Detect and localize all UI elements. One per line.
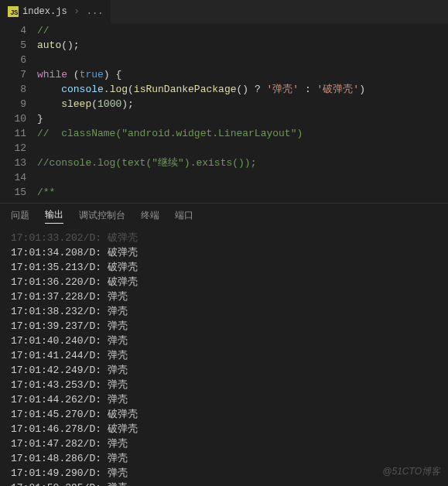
code-line[interactable]: } bbox=[37, 111, 448, 126]
panel-tab-3[interactable]: 终端 bbox=[141, 209, 159, 222]
line-number: 7 bbox=[0, 67, 26, 82]
output-line: 17:01:47.282/D: 弹壳 bbox=[11, 436, 437, 451]
panel-tab-2[interactable]: 调试控制台 bbox=[79, 209, 125, 222]
line-number: 15 bbox=[0, 185, 26, 200]
line-number: 10 bbox=[0, 111, 26, 126]
code-line[interactable] bbox=[37, 53, 448, 67]
output-line: 17:01:35.213/D: 破弹壳 bbox=[11, 260, 437, 275]
output-line: 17:01:49.290/D: 弹壳 bbox=[11, 466, 437, 481]
code-line[interactable] bbox=[37, 170, 448, 185]
output-line: 17:01:48.286/D: 弹壳 bbox=[11, 451, 437, 466]
panel-tab-4[interactable]: 端口 bbox=[175, 209, 193, 222]
code-line[interactable]: console.log(isRunDankePackage() ? '弹壳' :… bbox=[37, 82, 448, 97]
javascript-icon: JS bbox=[8, 6, 19, 17]
output-line: 17:01:42.249/D: 弹壳 bbox=[11, 363, 437, 378]
code-line[interactable]: sleep(1000); bbox=[37, 97, 448, 111]
watermark: @51CTO博客 bbox=[382, 465, 440, 478]
editor-tab-indexjs[interactable]: JS index.js › ... bbox=[0, 0, 111, 23]
output-line: 17:01:37.228/D: 弹壳 bbox=[11, 289, 437, 304]
output-line: 17:01:34.208/D: 破弹壳 bbox=[11, 245, 437, 260]
line-number: 8 bbox=[0, 82, 26, 97]
line-number: 11 bbox=[0, 126, 26, 141]
code-editor[interactable]: 456789101112131415 //auto();while (true)… bbox=[0, 23, 448, 203]
output-line: 17:01:45.270/D: 破弹壳 bbox=[11, 407, 437, 422]
output-line: 17:01:44.262/D: 弹壳 bbox=[11, 392, 437, 407]
output-line: 17:01:50.295/D: 弹壳 bbox=[11, 481, 437, 486]
breadcrumb-tail: ... bbox=[87, 6, 104, 17]
output-panel[interactable]: 17:01:33.202/D: 破弹壳17:01:34.208/D: 破弹壳17… bbox=[0, 228, 448, 486]
code-line[interactable]: // bbox=[37, 23, 448, 38]
code-line[interactable]: /** bbox=[37, 185, 448, 200]
line-number: 5 bbox=[0, 38, 26, 53]
code-line[interactable]: auto(); bbox=[37, 38, 448, 53]
code-body[interactable]: //auto();while (true) { console.log(isRu… bbox=[37, 23, 448, 203]
output-line: 17:01:41.244/D: 弹壳 bbox=[11, 348, 437, 363]
output-line: 17:01:43.253/D: 弹壳 bbox=[11, 378, 437, 392]
line-number: 13 bbox=[0, 156, 26, 170]
code-line[interactable]: while (true) { bbox=[37, 67, 448, 82]
output-line: 17:01:40.240/D: 弹壳 bbox=[11, 334, 437, 348]
output-line: 17:01:33.202/D: 破弹壳 bbox=[11, 231, 437, 245]
line-number: 4 bbox=[0, 23, 26, 38]
tab-bar: JS index.js › ... bbox=[0, 0, 448, 23]
output-line: 17:01:39.237/D: 弹壳 bbox=[11, 319, 437, 334]
line-number: 9 bbox=[0, 97, 26, 111]
output-line: 17:01:38.232/D: 弹壳 bbox=[11, 304, 437, 319]
panel-tab-0[interactable]: 问题 bbox=[11, 209, 29, 222]
line-number: 12 bbox=[0, 141, 26, 156]
panel-tabs: 问题输出调试控制台终端端口 bbox=[0, 203, 448, 228]
tab-filename: index.js bbox=[22, 6, 67, 17]
line-number-gutter: 456789101112131415 bbox=[0, 23, 37, 203]
line-number: 14 bbox=[0, 170, 26, 185]
code-line[interactable]: //console.log(text("继续").exists()); bbox=[37, 156, 448, 170]
line-number: 6 bbox=[0, 53, 26, 67]
panel-tab-1[interactable]: 输出 bbox=[45, 208, 63, 224]
code-line[interactable]: // className("android.widget.LinearLayou… bbox=[37, 126, 448, 141]
output-line: 17:01:46.278/D: 破弹壳 bbox=[11, 422, 437, 436]
output-line: 17:01:36.220/D: 破弹壳 bbox=[11, 275, 437, 289]
breadcrumb-separator-icon: › bbox=[71, 6, 83, 17]
code-line[interactable] bbox=[37, 141, 448, 156]
